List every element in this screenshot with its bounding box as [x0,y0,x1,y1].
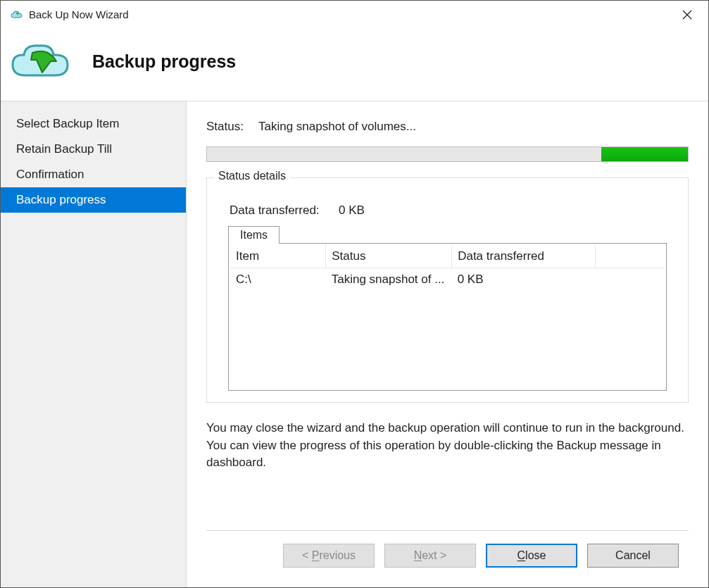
status-label: Status: [206,120,258,134]
wizard-window: Back Up Now Wizard Backup progress Selec… [0,0,709,588]
cancel-button[interactable]: Cancel [587,544,679,568]
sidebar-item-label: Retain Backup Till [16,142,112,156]
data-transferred-value: 0 KB [339,204,365,218]
window-title: Back Up Now Wizard [29,8,129,20]
status-details-group: Status details Data transferred: 0 KB It… [206,177,689,403]
close-icon [682,10,692,20]
progress-bar [206,146,689,162]
cell-transferred: 0 KB [452,268,596,292]
data-transferred-label: Data transferred: [230,204,339,218]
data-transferred-row: Data transferred: 0 KB [230,204,665,218]
cloud-backup-logo-icon [9,42,73,81]
sidebar-item-label: Select Backup Item [16,117,119,130]
status-row: Status: Taking snapshot of volumes... [206,120,689,134]
close-button[interactable]: Close [486,544,577,568]
col-spacer [595,245,665,268]
col-data-transferred[interactable]: Data transferred [452,245,596,268]
close-window-button[interactable] [672,4,703,25]
table-row[interactable]: C:\Taking snapshot of ...0 KB [230,268,665,292]
table-header-row: Item Status Data transferred [230,245,665,268]
wizard-button-bar: < Previous Next > Close Cancel [206,530,689,580]
status-details-title: Status details [214,170,290,182]
tab-label: Items [240,229,268,241]
cancel-button-label: Cancel [615,549,651,562]
sidebar-item-confirmation[interactable]: Confirmation [1,162,186,187]
status-value: Taking snapshot of volumes... [258,120,416,134]
cell-spacer [595,268,665,292]
wizard-steps-sidebar: Select Backup Item Retain Backup Till Co… [1,101,187,587]
items-tab-bar: Items [228,226,674,244]
sidebar-item-select-backup-item[interactable]: Select Backup Item [1,111,186,137]
page-title: Backup progress [92,51,236,72]
content-area: Select Backup Item Retain Backup Till Co… [1,101,708,587]
items-table: Item Status Data transferred C:\Taking s… [230,245,665,291]
info-text: You may close the wizard and the backup … [206,420,689,472]
col-item[interactable]: Item [230,245,326,268]
sidebar-item-label: Backup progress [16,193,106,206]
previous-button: < Previous [283,544,375,568]
items-tab[interactable]: Items [228,226,280,244]
sidebar-item-backup-progress[interactable]: Backup progress [1,187,186,213]
titlebar: Back Up Now Wizard [1,1,708,29]
main-panel: Status: Taking snapshot of volumes... St… [187,101,708,587]
sidebar-item-retain-backup-till[interactable]: Retain Backup Till [1,137,186,162]
next-button: Next > [384,544,476,568]
cell-status: Taking snapshot of ... [326,268,452,292]
cloud-backup-icon [11,8,23,21]
items-table-wrapper[interactable]: Item Status Data transferred C:\Taking s… [228,243,667,391]
col-status[interactable]: Status [326,245,452,268]
sidebar-item-label: Confirmation [16,168,84,181]
cell-item: C:\ [230,268,326,292]
wizard-header: Backup progress [1,29,708,101]
progress-bar-chunk [601,147,688,161]
